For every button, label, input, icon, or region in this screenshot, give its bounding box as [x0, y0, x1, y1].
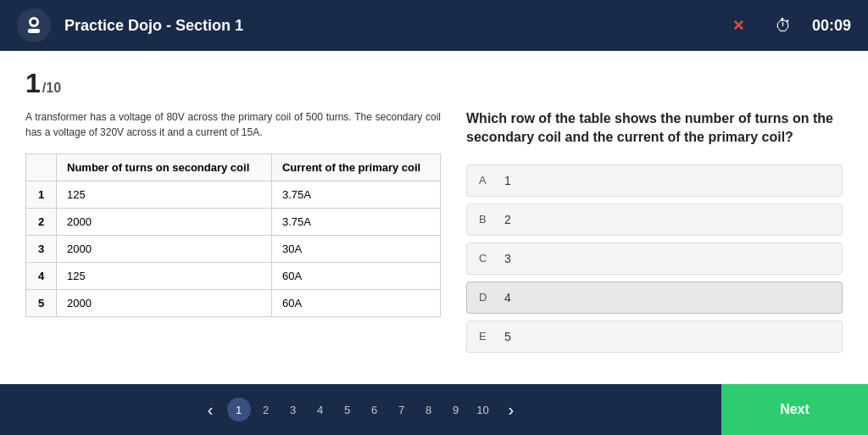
- answer-option[interactable]: D 4: [466, 282, 843, 314]
- answer-option[interactable]: A 1: [466, 165, 843, 197]
- answer-value: 3: [504, 252, 511, 265]
- turns-value: 125: [57, 181, 272, 209]
- row-number: 4: [26, 263, 57, 290]
- close-icon[interactable]: ×: [733, 14, 744, 36]
- footer: ‹ 12345678910 › Next: [0, 384, 868, 435]
- scenario-text: A transformer has a voltage of 80V acros…: [25, 109, 441, 140]
- page-buttons: 12345678910: [227, 398, 495, 421]
- page-button[interactable]: 4: [309, 398, 332, 421]
- timer-display: 00:09: [812, 17, 851, 35]
- footer-nav: ‹ 12345678910 ›: [0, 398, 721, 421]
- current-value: 30A: [271, 236, 440, 263]
- page-button[interactable]: 6: [363, 398, 387, 421]
- left-panel: A transformer has a voltage of 80V acros…: [25, 109, 441, 360]
- turns-value: 2000: [57, 236, 272, 263]
- next-arrow[interactable]: ›: [500, 400, 523, 420]
- answer-label: B: [479, 213, 494, 226]
- content-area: A transformer has a voltage of 80V acros…: [25, 109, 843, 360]
- row-number: 1: [26, 181, 57, 209]
- page-button[interactable]: 10: [471, 398, 495, 421]
- table-row: 5 2000 60A: [26, 290, 441, 317]
- logo: [17, 8, 51, 42]
- turns-value: 125: [57, 263, 272, 290]
- current-value: 3.75A: [271, 209, 440, 236]
- page-button[interactable]: 5: [336, 398, 359, 421]
- row-number: 2: [26, 209, 57, 236]
- prev-arrow[interactable]: ‹: [199, 400, 222, 420]
- data-table: Number of turns on secondary coil Curren…: [25, 153, 441, 317]
- page-button[interactable]: 1: [227, 398, 251, 421]
- answer-option[interactable]: B 2: [466, 204, 843, 236]
- page-button[interactable]: 2: [254, 398, 278, 421]
- header-title: Practice Dojo - Section 1: [64, 17, 720, 35]
- answer-value: 4: [504, 291, 511, 304]
- col-header-turns: Number of turns on secondary coil: [57, 154, 272, 181]
- current-value: 60A: [271, 263, 440, 290]
- col-header-row: [26, 154, 57, 181]
- answer-label: A: [479, 174, 494, 187]
- answer-label: E: [479, 330, 494, 343]
- page-button[interactable]: 8: [417, 398, 441, 421]
- row-number: 3: [26, 236, 57, 263]
- page-button[interactable]: 3: [281, 398, 305, 421]
- timer-icon: ⏱: [775, 16, 792, 36]
- answer-label: D: [479, 291, 494, 304]
- row-number: 5: [26, 290, 57, 317]
- table-row: 3 2000 30A: [26, 236, 441, 263]
- table-row: 2 2000 3.75A: [26, 209, 441, 236]
- answers-container: A 1 B 2 C 3 D 4 E 5: [466, 165, 843, 353]
- answer-option[interactable]: C 3: [466, 243, 843, 275]
- page-button[interactable]: 7: [390, 398, 414, 421]
- svg-rect-2: [28, 29, 40, 33]
- question-number: 1 /10: [25, 68, 843, 99]
- answer-option[interactable]: E 5: [466, 321, 843, 353]
- right-panel: Which row of the table shows the number …: [466, 109, 843, 360]
- main-content: 1 /10 A transformer has a voltage of 80V…: [0, 51, 868, 384]
- answer-value: 1: [504, 174, 511, 187]
- current-value: 60A: [271, 290, 440, 317]
- table-row: 4 125 60A: [26, 263, 441, 290]
- current-value: 3.75A: [271, 181, 440, 209]
- question-text: Which row of the table shows the number …: [466, 109, 843, 148]
- next-button[interactable]: Next: [721, 384, 868, 435]
- svg-point-1: [31, 20, 36, 25]
- col-header-current: Current of the primary coil: [271, 154, 440, 181]
- turns-value: 2000: [57, 209, 272, 236]
- page-button[interactable]: 9: [444, 398, 468, 421]
- answer-label: C: [479, 252, 494, 265]
- turns-value: 2000: [57, 290, 272, 317]
- answer-value: 2: [504, 213, 511, 226]
- answer-value: 5: [504, 330, 511, 343]
- table-row: 1 125 3.75A: [26, 181, 441, 209]
- header: Practice Dojo - Section 1 × ⏱ 00:09: [0, 0, 868, 51]
